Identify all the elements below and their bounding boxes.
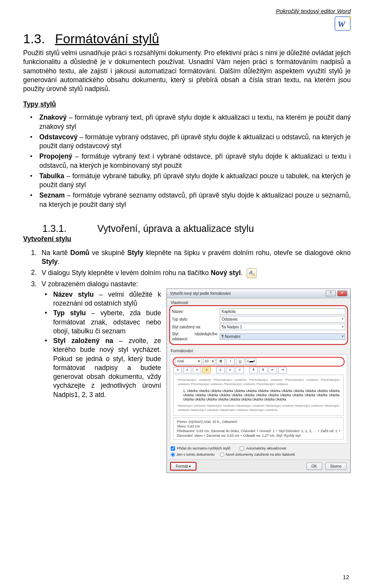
name-label: Název: [172,309,217,314]
types-heading: Typy stylů [23,100,351,108]
italic-icon: I [230,359,231,364]
step-item: V dialogu Styly klepněte v levém dolním … [39,268,351,278]
scope-doc-radio[interactable] [171,453,175,457]
header-course: Pokročilý textový editor Word [23,8,351,14]
bold-button[interactable]: B [217,358,225,365]
align-left-button[interactable]: ≡ [173,367,182,373]
formatting-group: Arial▾ 10▾ B I U A▾ ≡ ≡ ≡ ≡ ≡ ≡ [170,354,347,444]
next-style-dropdown[interactable]: ¶ Normální▾ [220,333,345,340]
subsection-title: Vytvoření, úprava a aktualizace stylu [98,223,254,234]
section-heading: 1.3.Formátování stylů [23,31,351,46]
new-style-dialog: Vytvořit nový styl podle formátování ? ✕… [166,289,351,473]
field-value: ¶ Normální [222,334,240,339]
type-desc: – formátuje vybrané seznamy odstavců, př… [39,191,351,208]
size-value: 10 [205,359,209,364]
scope-template-radio[interactable] [220,453,224,457]
list-item: Znakový – formátuje vybraný text, při úp… [39,113,351,131]
dialog-title-text: Vytvořit nový styl podle formátování [170,291,230,296]
preview-grey2: Následující odstavec Následující odstave… [178,404,340,412]
type-desc: – formátuje vybraný text i vybrané odsta… [39,152,351,169]
step-text: . [241,269,243,276]
preview-sample: 1. Ukázka Ukázka Ukázka Ukázka Ukázka Uk… [183,389,340,402]
space-after-button[interactable]: ⇟ [259,367,267,373]
indent-decrease-button[interactable]: ⇤ [269,367,277,373]
auto-update-checkbox[interactable] [240,446,244,451]
svg-text:W: W [338,19,346,29]
underline-icon: U [239,359,242,364]
step-bold: Nový styl [211,269,241,276]
page-number: 12 [343,574,349,580]
quick-styles-checkbox[interactable] [171,446,175,451]
space-before-button[interactable]: ⇞ [249,367,258,373]
cancel-button[interactable]: Storno [325,463,346,470]
align-right-button[interactable]: ≡ [193,367,201,373]
line-spacing-15-button[interactable]: ≡ [226,367,234,373]
dialog-footer: Formát ▾ OK Storno [167,460,350,473]
close-button[interactable]: ✕ [337,291,347,296]
underline-button[interactable]: U [236,358,244,365]
step-text: V zobrazeném dialogu nastavte: [42,280,138,288]
field-value: ¶a Nadpis 1 [222,324,242,329]
scope-doc-label: Jen v tomto dokumentu [177,452,215,457]
step-item: V zobrazeném dialogu nastavte: Název sty… [39,280,351,473]
type-desc: – formátuje vybraný text, při úpravě sty… [39,113,351,130]
quick-styles-label: Přidat do seznamu rychlých stylů [177,446,230,451]
subsection-subtitle: Vytvoření stylu [23,235,351,243]
section-title-text: Formátování stylů [55,31,159,46]
new-style-icon [247,268,257,278]
line-spacing-2-button[interactable]: ≡ [235,367,244,373]
type-name: Tabulka [39,172,64,180]
inner-bold: Typ stylu [53,309,86,317]
step-text: klepněte na šipku v pravém dolním rohu, … [143,249,351,257]
word-logo-icon: W [334,15,352,32]
intro-paragraph: Použití stylů velmi usnadňuje práci s ro… [23,49,351,93]
step-text: ve skupině [89,249,127,257]
font-color-button[interactable]: A▾ [246,358,256,365]
based-on-dropdown[interactable]: ¶a Nadpis 1▾ [220,324,345,330]
section-number: 1.3. [23,31,45,46]
size-dropdown[interactable]: 10▾ [203,358,215,365]
align-justify-button[interactable]: ≡ [202,367,211,373]
bold-icon: B [220,359,222,364]
types-list: Znakový – formátuje vybraný text, při úp… [23,113,351,209]
step-text: V dialogu Styly klepněte v levém dolním … [42,269,211,276]
list-item: Název stylu – velmi důležité k rozeznání… [53,290,161,308]
next-style-label: Styl následujícího odstavce: [172,331,217,342]
list-item: Odstavcový – formátuje vybraný odstavec,… [39,133,351,151]
dialog-titlebar: Vytvořit nový styl podle formátování ? ✕ [167,289,350,298]
auto-update-label: Automaticky aktualizovat [246,446,286,451]
step-text: Na kartě [42,249,70,257]
properties-group: Název:Kapitola Typ stylu:Odstavec▾ Styl … [170,306,347,344]
based-on-label: Styl založený na: [172,324,217,329]
font-value: Arial [177,359,184,364]
align-center-button[interactable]: ≡ [183,367,192,373]
ok-button[interactable]: OK [306,463,322,470]
step-bold: Domů [70,249,89,257]
inner-text: – zvolte, ze kterého bude nový styl vych… [53,337,161,399]
type-label: Typ stylu: [172,317,217,322]
field-value: Odstavec [222,317,238,322]
inner-bold: Styl založený na [53,337,113,345]
name-field[interactable]: Kapitola [220,308,345,315]
style-meta: Písmo: (výchozí) Arial, 10 b., Odsazení:… [173,417,344,440]
preview-grey: Předcházející odstavec Předcházející ods… [178,378,340,387]
type-desc: – formátuje vybraný odstavec, při úpravě… [39,133,351,150]
help-button[interactable]: ? [326,291,336,296]
group-label-formatting: Formátování [167,346,350,354]
line-spacing-1-button[interactable]: ≡ [216,367,225,373]
chevron-down-icon: ▾ [342,317,343,321]
preview-box: Předcházející odstavec Předcházející ods… [173,375,344,416]
font-dropdown[interactable]: Arial▾ [175,358,202,365]
inner-bold: Název stylu [53,291,94,298]
chevron-down-icon: ▾ [198,359,200,364]
format-button[interactable]: Formát ▾ [171,463,196,470]
list-item: Typ stylu – vyberte, zda bude formátovat… [53,309,161,336]
italic-button[interactable]: I [226,358,235,365]
indent-increase-button[interactable]: ⇥ [278,367,287,373]
chevron-down-icon: ▾ [212,359,214,364]
type-name: Znakový [39,113,67,121]
scope-template-label: Nové dokumenty založené na této šabloně [226,452,295,457]
chevron-down-icon: ▾ [342,325,343,329]
type-name: Propojený [39,152,72,160]
type-dropdown[interactable]: Odstavec▾ [220,316,345,323]
